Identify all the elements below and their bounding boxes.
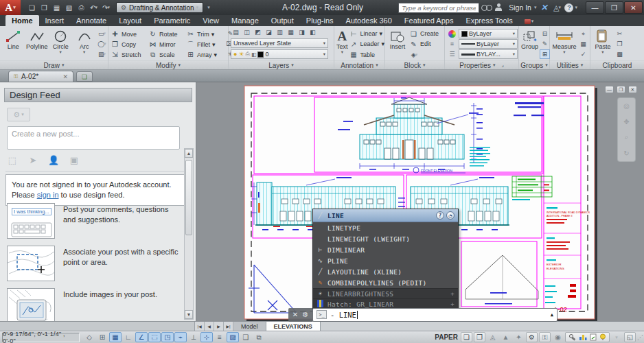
help-icon[interactable]: ? [564, 3, 573, 12]
sign-in-feed-link[interactable]: sign in [37, 191, 59, 199]
hatch-button[interactable]: ▨▾ [97, 49, 107, 59]
snap-mode-toggle[interactable]: ⊞ [96, 332, 108, 342]
drawing-file-icon[interactable] [589, 333, 597, 341]
redo-button[interactable]: ↷▾ [100, 2, 112, 13]
group-button[interactable]: ✦ Group [521, 27, 538, 60]
layer-state-dropdown[interactable]: Unsaved Layer State▾ [231, 38, 328, 48]
last-layout-icon[interactable]: ▶| [224, 322, 233, 331]
save-as-button[interactable]: ▧ [63, 2, 75, 13]
quick-view-drawings-icon[interactable]: ❐ [474, 332, 485, 342]
suggestion-pline[interactable]: ∿PLINE [313, 255, 458, 266]
trim-button[interactable]: ✂Trim▾ [186, 29, 224, 39]
scale-button[interactable]: ⧉Scale [148, 49, 186, 60]
table-button[interactable]: ▦Table [349, 50, 385, 60]
panel-label-clipboard[interactable]: Clipboard [590, 60, 644, 69]
quick-properties-toggle[interactable]: ❑ [240, 332, 252, 342]
tab-manage[interactable]: Manage [225, 15, 265, 26]
customization-wrench-icon[interactable] [568, 333, 577, 341]
select-area-icon[interactable]: ⬚ [7, 155, 18, 165]
layer-thaw-button[interactable]: ▦ [286, 27, 296, 37]
3d-object-snap-toggle[interactable]: ◳ [161, 332, 174, 342]
quick-select-button[interactable]: ✓ [578, 49, 588, 59]
isolate-objects-icon[interactable]: ◉ [552, 332, 564, 342]
first-layout-icon[interactable]: |◀ [195, 322, 205, 331]
transparency-toggle[interactable]: ▨ [227, 332, 239, 342]
text-button[interactable]: A Text ▾ [336, 27, 348, 60]
application-menu-button[interactable]: A▾ [0, 0, 21, 15]
orbit-icon[interactable]: ↻ [623, 150, 629, 157]
maximize-button[interactable]: ❐ [605, 1, 623, 14]
design-feed-settings-button[interactable]: ⚙▾ [7, 108, 30, 121]
infocenter-search-input[interactable] [398, 3, 479, 13]
autoscale-icon[interactable]: ✦ [513, 332, 525, 342]
tab-home[interactable]: Home [5, 15, 39, 26]
drawing-close-icon[interactable]: ✕ [628, 86, 637, 93]
panel-label-annotation[interactable]: Annotation▾ [334, 60, 384, 69]
panel-label-groups[interactable]: Groups▾ [519, 60, 549, 69]
open-button[interactable]: ❒ [38, 2, 50, 13]
circle-button[interactable]: Circle ▾ [49, 27, 72, 60]
next-layout-icon[interactable]: ▶ [214, 322, 224, 331]
suggestion-dimlinear[interactable]: ⊢DIMLINEAR [313, 244, 458, 255]
layer-properties-button[interactable]: ▤ [231, 27, 241, 37]
polar-tracking-toggle[interactable]: ∠ [135, 332, 148, 342]
pan-icon[interactable]: ✥ [623, 118, 629, 126]
space-indicator[interactable]: PAPER [435, 333, 458, 341]
tab-layout[interactable]: Layout [113, 15, 148, 26]
array-button[interactable]: ⊞Array▾ [186, 49, 224, 60]
color-dropdown[interactable]: ByLayer▾ [459, 29, 518, 38]
tab-insert[interactable]: Insert [39, 15, 71, 26]
ribbon-options-button[interactable]: ▾ [522, 16, 537, 26]
tab-output[interactable]: Output [265, 15, 300, 26]
layer-dropdown[interactable]: ● ☀ ⎙ ◧ 0 ▾ [231, 49, 328, 59]
expand-icon[interactable]: + [450, 290, 455, 297]
block-attributes-button[interactable]: ◈▾ [409, 50, 419, 60]
pin-icon[interactable]: ➤ [27, 155, 38, 165]
undo-button[interactable]: ↶▾ [88, 2, 100, 13]
sign-in-link[interactable]: Sign In [509, 3, 531, 12]
design-feed-header[interactable]: Design Feed [4, 88, 192, 102]
command-close-icon[interactable]: ✕ [292, 311, 298, 318]
tab-annotate[interactable]: Annotate [70, 15, 113, 26]
rectangle-button[interactable]: ▭▾ [97, 29, 107, 38]
workspace-switcher[interactable]: ⚙ Drafting & Annotation ▾ [116, 2, 203, 13]
line-button[interactable]: Line [2, 27, 25, 60]
suggestion-lineweight[interactable]: LINEWEIGHT (LWEIGHT) [313, 233, 458, 244]
ungroup-button[interactable]: ⊟ [540, 29, 550, 38]
object-snap-toggle[interactable]: ⬚ [148, 332, 161, 342]
paste-button[interactable]: Paste ▾ [593, 27, 613, 60]
arc-button[interactable]: Arc ▾ [73, 27, 96, 60]
layer-lock-button[interactable]: ◨ [297, 27, 307, 37]
scrollbar-thumb[interactable] [185, 160, 192, 235]
rotate-button[interactable]: ↻Rotate [148, 29, 186, 39]
dimension-linear-button[interactable]: ⊢Linear▾ [349, 29, 385, 38]
recent-commands-icon[interactable]: ▲ [551, 312, 553, 318]
new-drawing-button[interactable]: ❏ [26, 2, 38, 13]
minimize-button[interactable]: — [586, 1, 604, 14]
tab-elevations[interactable]: ELEVATIONS [266, 322, 321, 331]
annotation-scale-icon[interactable]: ◬ [487, 332, 498, 342]
tab-express-tools[interactable]: Express Tools [459, 15, 518, 26]
move-button[interactable]: ✚Move [111, 29, 148, 39]
tab-parametric[interactable]: Parametric [148, 15, 196, 26]
save-button[interactable]: ▦ [51, 2, 62, 13]
panel-label-layers[interactable]: Layers▾ [229, 60, 334, 69]
selection-cycling-toggle[interactable]: ⧉ [253, 332, 265, 342]
quick-calc-button[interactable]: ▦ [578, 39, 588, 49]
tab-featured-apps[interactable]: Featured Apps [398, 15, 460, 26]
group-edit-button[interactable]: ✎ [540, 39, 550, 49]
layer-unisolate-button[interactable]: ◪ [264, 27, 274, 37]
copy-clip-button[interactable]: ❐ [614, 39, 625, 49]
drawing-restore-icon[interactable]: ❐ [617, 86, 625, 93]
tab-plugins[interactable]: Plug-ins [300, 15, 340, 26]
polyline-button[interactable]: Polyline [26, 27, 49, 60]
image-icon[interactable]: ▣ [69, 155, 80, 165]
performance-icon[interactable] [579, 333, 587, 341]
new-tab-button[interactable]: ❏ [76, 71, 93, 82]
cut-button[interactable]: ✂ [614, 29, 625, 38]
leader-button[interactable]: ↗Leader▾ [349, 39, 385, 49]
suggestion-combinepolylines[interactable]: ✎COMBINEPOLYLINES (PEDIT) [313, 277, 458, 288]
autodesk-360-icon[interactable]: ◬▾ [551, 2, 562, 13]
search-icon[interactable] [481, 2, 492, 13]
new-post-input[interactable]: Create a new post... [7, 126, 180, 150]
